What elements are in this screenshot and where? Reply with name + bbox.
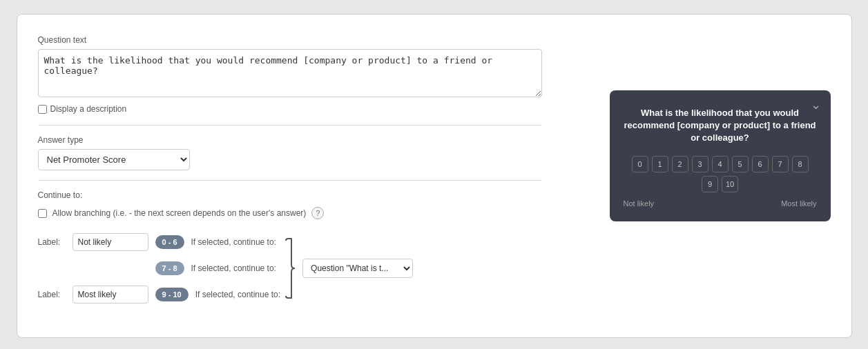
divider-2 xyxy=(38,180,542,181)
preview-num-1: 1 xyxy=(652,156,668,172)
left-panel: Question text What is the likelihood tha… xyxy=(38,35,582,317)
label-text-3: Label: xyxy=(38,290,66,299)
answer-type-label: Answer type xyxy=(38,135,582,145)
display-description-checkbox[interactable] xyxy=(38,105,47,114)
ranges-wrapper: Label: 0 - 6 If selected, continue to: 7… xyxy=(38,232,582,305)
help-icon[interactable]: ? xyxy=(311,207,324,219)
preview-scale-labels: Not likely Most likely xyxy=(624,199,817,208)
display-description-label: Display a description xyxy=(50,104,127,114)
display-description-row: Display a description xyxy=(38,104,582,114)
range-row-2: 7 - 8 If selected, continue to: xyxy=(38,258,281,279)
branching-row: Allow branching (i.e. - the next screen … xyxy=(38,207,582,219)
preview-question-text: What is the likelihood that you would re… xyxy=(624,107,817,145)
preview-num-4: 4 xyxy=(712,156,729,172)
range1-badge: 0 - 6 xyxy=(155,235,184,249)
range2-continue-text: If selected, continue to: xyxy=(191,263,276,273)
continue-to-label: Continue to: xyxy=(38,190,582,200)
range2-badge: 7 - 8 xyxy=(155,261,184,275)
preview-most-likely: Most likely xyxy=(781,199,816,208)
range-row-1: Label: 0 - 6 If selected, continue to: xyxy=(38,232,281,252)
preview-num-7: 7 xyxy=(772,156,789,172)
preview-num-6: 6 xyxy=(752,156,769,172)
main-container: Question text What is the likelihood tha… xyxy=(17,14,852,338)
brace-symbol xyxy=(284,237,298,299)
range1-continue-text: If selected, continue to: xyxy=(191,237,276,247)
preview-card: ⌄ What is the likelihood that you would … xyxy=(610,90,831,221)
preview-numbers: 0 1 2 3 4 5 6 7 8 9 10 xyxy=(624,156,817,192)
range-row-3: Label: 9 - 10 If selected, continue to: xyxy=(38,284,281,305)
continue-dropdown-wrapper: Question "What is t... End of survey Nex… xyxy=(302,237,413,299)
preview-num-5: 5 xyxy=(732,156,749,172)
ranges-left: Label: 0 - 6 If selected, continue to: 7… xyxy=(38,232,281,305)
question-textarea[interactable]: What is the likelihood that you would re… xyxy=(38,49,542,97)
branching-label: Allow branching (i.e. - the next screen … xyxy=(52,208,307,218)
preview-num-0: 0 xyxy=(632,156,648,172)
range3-label-input[interactable] xyxy=(73,286,148,303)
continue-dropdown[interactable]: Question "What is t... End of survey Nex… xyxy=(302,259,413,278)
divider-1 xyxy=(38,125,542,126)
range3-badge: 9 - 10 xyxy=(155,288,189,301)
answer-type-select[interactable]: Net Promoter Score Multiple choice Singl… xyxy=(38,149,190,170)
branching-checkbox[interactable] xyxy=(38,209,47,218)
preview-num-10: 10 xyxy=(722,176,738,192)
preview-num-8: 8 xyxy=(792,156,809,172)
preview-not-likely: Not likely xyxy=(624,199,655,208)
question-text-section: Question text What is the likelihood tha… xyxy=(38,35,582,97)
preview-chevron-icon: ⌄ xyxy=(811,97,821,112)
range1-label-input[interactable] xyxy=(73,233,148,251)
question-text-label: Question text xyxy=(38,35,582,45)
range3-continue-text: If selected, continue to: xyxy=(195,290,280,299)
right-panel: ⌄ What is the likelihood that you would … xyxy=(596,35,831,317)
answer-type-section: Answer type Net Promoter Score Multiple … xyxy=(38,135,582,170)
preview-num-3: 3 xyxy=(692,156,708,172)
preview-num-9: 9 xyxy=(702,176,718,192)
preview-num-2: 2 xyxy=(672,156,688,172)
label-text-1: Label: xyxy=(38,237,66,247)
